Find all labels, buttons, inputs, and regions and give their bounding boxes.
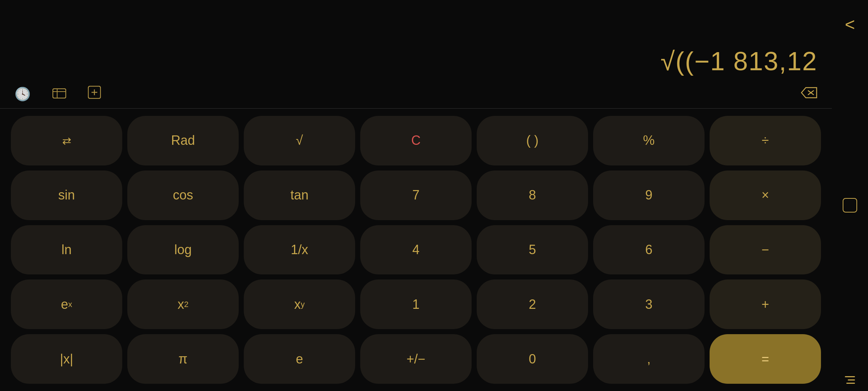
two-button[interactable]: 2 [477,279,588,329]
function-panel-icon[interactable] [88,86,101,102]
add-button[interactable]: + [710,279,821,329]
power-button[interactable]: xy [244,279,355,329]
sqrt-button[interactable]: √ [244,116,355,165]
divide-button[interactable]: ÷ [710,116,821,165]
menu-line-2 [848,379,855,381]
clear-button[interactable]: C [360,116,472,165]
decimal-button[interactable]: , [593,334,705,384]
keypad: ⇄ Rad √ C ( ) % ÷ sin cos tan 7 8 9 × ln… [0,109,832,391]
calculator: √((−1 813,12 🕓 [0,0,832,391]
six-button[interactable]: 6 [593,225,705,275]
keypad-row-1: ⇄ Rad √ C ( ) % ÷ [11,116,821,165]
log-button[interactable]: log [127,225,239,275]
three-button[interactable]: 3 [593,279,705,329]
square-icon[interactable] [843,198,857,213]
menu-line-1 [845,376,855,377]
square-button[interactable]: x2 [127,279,239,329]
equals-button[interactable]: = [710,334,821,384]
four-button[interactable]: 4 [360,225,472,275]
multiply-button[interactable]: × [710,171,821,220]
expression-display: √((−1 813,12 [660,46,817,76]
nine-button[interactable]: 9 [593,171,705,220]
tan-button[interactable]: tan [244,171,355,220]
seven-button[interactable]: 7 [360,171,472,220]
keypad-row-3: ln log 1/x 4 5 6 − [11,225,821,275]
menu-lines-icon[interactable] [845,376,855,384]
display-area: √((−1 813,12 [0,0,832,80]
reciprocal-button[interactable]: 1/x [244,225,355,275]
one-button[interactable]: 1 [360,279,472,329]
unit-converter-icon[interactable] [52,87,66,102]
rad-button[interactable]: Rad [127,116,239,165]
negate-button[interactable]: +/− [360,334,472,384]
chevron-left-icon[interactable]: < [845,14,855,34]
abs-button[interactable]: |x| [11,334,122,384]
toolbar: 🕓 [0,80,832,109]
delete-icon[interactable] [800,86,817,102]
sin-button[interactable]: sin [11,171,122,220]
zero-button[interactable]: 0 [477,334,588,384]
pi-button[interactable]: π [127,334,239,384]
cos-button[interactable]: cos [127,171,239,220]
exp-button[interactable]: ex [11,279,122,329]
keypad-row-4: ex x2 xy 1 2 3 + [11,279,821,329]
swap-button[interactable]: ⇄ [11,116,122,165]
ln-button[interactable]: ln [11,225,122,275]
subtract-button[interactable]: − [710,225,821,275]
euler-button[interactable]: e [244,334,355,384]
right-sidebar: < [832,0,868,391]
parens-button[interactable]: ( ) [477,116,588,165]
percent-button[interactable]: % [593,116,705,165]
history-icon[interactable]: 🕓 [14,87,31,102]
five-button[interactable]: 5 [477,225,588,275]
keypad-row-5: |x| π e +/− 0 , = [11,334,821,384]
keypad-row-2: sin cos tan 7 8 9 × [11,171,821,220]
menu-line-3 [846,383,855,384]
svg-rect-0 [53,89,66,98]
eight-button[interactable]: 8 [477,171,588,220]
